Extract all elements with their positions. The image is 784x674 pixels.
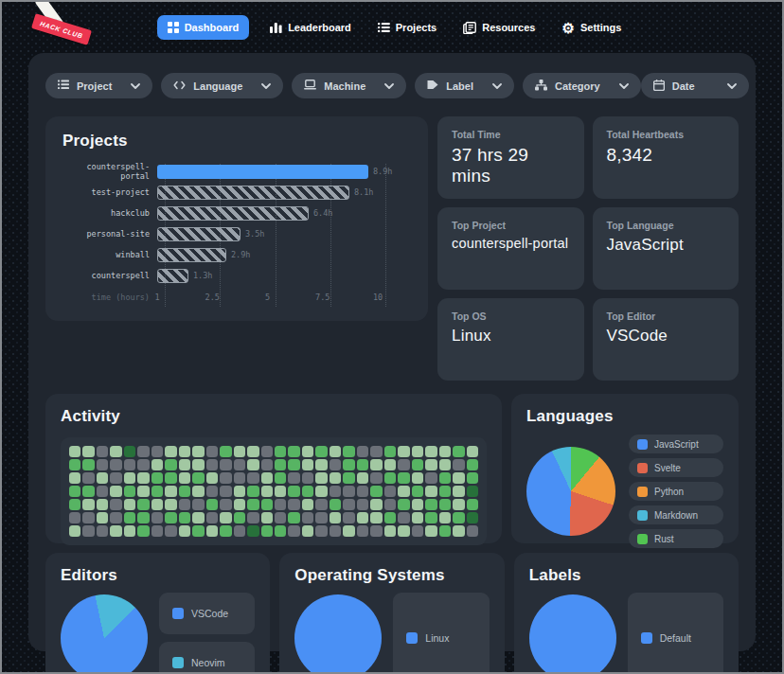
heatmap-cell: [179, 446, 190, 457]
navbar: HACK CLUB DashboardLeaderboardProjectsRe…: [2, 2, 782, 53]
heatmap-cell: [247, 525, 258, 537]
x-tick-label: 2.5: [205, 293, 220, 302]
stat-card-total-heartbeats: Total Heartbeats8,342: [593, 116, 739, 199]
legend-item-default[interactable]: Default: [628, 593, 723, 674]
heatmap-cell: [179, 525, 190, 537]
heatmap-cell: [151, 472, 163, 484]
legend-label: Markdown: [654, 510, 698, 521]
legend-item-linux[interactable]: Linux: [393, 593, 489, 674]
heatmap-cell: [288, 446, 299, 457]
calendar-icon: [653, 80, 665, 93]
x-tick-label: 10: [373, 293, 383, 302]
heatmap-cell: [69, 512, 80, 523]
heatmap-cell: [275, 446, 286, 457]
filter-label: Machine: [324, 80, 365, 92]
settings-icon: ⚙: [561, 23, 574, 33]
heatmap-cell: [315, 446, 327, 457]
legend-item-svelte[interactable]: Svelte: [629, 458, 723, 477]
heatmap-cell: [179, 486, 190, 497]
heatmap-cell: [137, 512, 149, 523]
filter-language-dropdown[interactable]: Language: [161, 73, 283, 98]
legend-item-neovim[interactable]: Neovim: [159, 642, 255, 674]
labels-panel: LabelsDefault: [514, 553, 739, 674]
filter-category-dropdown[interactable]: Category: [523, 73, 641, 98]
heatmap-cell: [97, 472, 108, 484]
heatmap-cell: [330, 472, 341, 484]
heatmap-cell: [247, 459, 258, 470]
heatmap-cell: [357, 472, 368, 484]
legend-label: Python: [654, 487, 684, 497]
bar-row: counterspell1.3h: [62, 268, 411, 283]
heatmap-cell: [315, 525, 327, 537]
heatmap-cell: [453, 512, 464, 523]
nav-item-resources[interactable]: Resources: [457, 15, 541, 41]
heatmap-cell: [151, 459, 163, 470]
heatmap-cell: [398, 512, 409, 523]
heatmap-cell: [398, 446, 409, 457]
heatmap-cell: [206, 525, 218, 537]
legend-item-rust[interactable]: Rust: [629, 529, 723, 548]
bar-row: test-project8.1h: [62, 185, 411, 200]
heatmap-cell: [412, 499, 423, 510]
heatmap-cell: [288, 512, 299, 523]
heatmap-cell: [288, 525, 299, 537]
legend-item-python[interactable]: Python: [629, 482, 723, 501]
heatmap-cell: [234, 486, 245, 497]
nav-item-label: Projects: [396, 22, 437, 33]
nav-item-projects[interactable]: Projects: [372, 15, 442, 40]
heatmap-cell: [370, 472, 382, 484]
activity-panel: Activity: [45, 394, 502, 543]
stat-label: Top Editor: [607, 310, 725, 322]
stat-value: 8,342: [607, 145, 725, 166]
heatmap-cell: [192, 499, 204, 510]
heatmap-cell: [439, 525, 451, 537]
heatmap-cell: [97, 499, 108, 510]
stat-card-top-editor: Top EditorVSCode: [593, 298, 739, 381]
heatmap-cell: [82, 459, 94, 470]
bar-category-label: personal-site: [62, 229, 157, 239]
nav-item-settings[interactable]: ⚙Settings: [556, 15, 627, 40]
filter-project-dropdown[interactable]: Project: [45, 73, 152, 98]
legend-item-vscode[interactable]: VSCode: [159, 593, 255, 634]
heatmap-cell: [425, 499, 437, 510]
projects-bar-chart: counterspell-portal8.9htest-project8.1hh…: [62, 164, 411, 303]
filter-label: Date: [672, 80, 695, 92]
heatmap-cell: [82, 486, 94, 497]
heatmap-cell: [234, 472, 245, 484]
bar-winball: [157, 248, 226, 262]
hackclub-logo[interactable]: HACK CLUB: [9, 2, 104, 49]
heatmap-cell: [412, 472, 423, 484]
legend-item-javascript[interactable]: JavaScript: [629, 435, 723, 453]
heatmap-cell: [247, 512, 258, 523]
operating-systems-panel: Operating SystemsLinux: [279, 553, 504, 674]
heatmap-cell: [82, 499, 94, 510]
heatmap-cell: [137, 525, 149, 537]
heatmap-cell: [165, 472, 176, 484]
heatmap-cell: [261, 472, 273, 484]
nav-item-dashboard[interactable]: Dashboard: [157, 15, 249, 40]
heatmap-cell: [137, 446, 149, 457]
languages-panel-title: Languages: [526, 407, 723, 426]
heatmap-cell: [425, 459, 437, 470]
activity-heatmap: [61, 437, 487, 545]
heatmap-cell: [384, 525, 396, 537]
operating-systems-legend: Linux: [393, 593, 489, 674]
nav-item-label: Dashboard: [185, 22, 239, 33]
legend-label: Rust: [654, 534, 674, 544]
heatmap-cell: [453, 446, 464, 457]
languages-pie-chart: [526, 447, 615, 536]
heatmap-cell: [384, 446, 396, 457]
filter-date-dropdown[interactable]: Date: [641, 73, 749, 98]
filter-label-dropdown[interactable]: Label: [415, 73, 514, 98]
nav-item-leaderboard[interactable]: Leaderboard: [264, 15, 357, 40]
heatmap-cell: [124, 512, 135, 523]
heatmap-cell: [439, 446, 451, 457]
heatmap-cell: [439, 486, 451, 497]
heatmap-cell: [398, 486, 409, 497]
heatmap-cell: [330, 499, 341, 510]
filter-machine-dropdown[interactable]: Machine: [292, 73, 406, 98]
bar-value-label: 8.9h: [373, 167, 392, 176]
heatmap-cell: [439, 499, 451, 510]
legend-item-markdown[interactable]: Markdown: [629, 506, 723, 524]
heatmap-cell: [467, 525, 478, 537]
